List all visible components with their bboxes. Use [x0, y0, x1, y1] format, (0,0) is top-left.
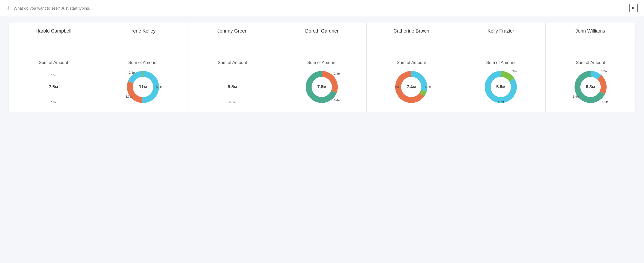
donut-label: 2.4м — [334, 72, 340, 75]
data-cell-2: Sum of Amount 5.5м5.5м5.5м — [188, 39, 277, 112]
donut-center-value: 7.6м — [49, 85, 58, 89]
play-button[interactable] — [629, 4, 638, 12]
sum-label: Sum of Amount — [486, 60, 515, 65]
header-cell-6: John Williams — [546, 23, 635, 39]
sum-label: Sum of Amount — [397, 60, 426, 65]
data-cell-0: Sum of Amount 7.6м7.6м7.6м7.6м — [9, 39, 98, 112]
sum-label: Sum of Amount — [39, 60, 68, 65]
header-cell-2: Johnny Green — [188, 23, 277, 39]
donut-label: 2.1м — [129, 71, 135, 74]
donut-label: 5.4м — [334, 99, 340, 102]
donut-center-value: 11м — [139, 85, 147, 89]
data-cell-4: Sum of Amount 7.4м2.2м4.8м7.4м — [367, 39, 456, 112]
sum-label: Sum of Amount — [307, 60, 336, 65]
donut-center-value: 7.4м — [407, 85, 416, 89]
donut-label: 4.8м — [425, 85, 431, 89]
donut-label: 7.6м — [50, 100, 56, 103]
donut-label: 1.4м — [573, 95, 579, 98]
donut-chart: 11м5.6м3.3м2.1м11м — [124, 68, 162, 106]
header-cell-5: Kelly Frazier — [456, 23, 546, 39]
donut-label: 3.3м — [126, 95, 132, 98]
donut-chart: 7.6м7.6м7.6м7.6м — [35, 68, 72, 106]
data-cell-5: Sum of Amount 5.6м899к4.7м5.6м — [456, 39, 546, 112]
search-icon: ✳ — [6, 5, 10, 11]
donut-label: 899к — [511, 70, 517, 73]
main-content: Harold CampbellIrene KelleyJohnny GreenD… — [0, 16, 644, 119]
search-input[interactable] — [14, 6, 626, 10]
grid-table: Harold CampbellIrene KelleyJohnny GreenD… — [9, 23, 635, 112]
sum-label: Sum of Amount — [218, 60, 247, 65]
donut-center-value: 5.6м — [496, 85, 505, 89]
donut-label: 4.7м — [498, 100, 504, 103]
data-cell-1: Sum of Amount 11м5.6м3.3м2.1м11м — [98, 39, 188, 112]
svg-marker-0 — [632, 7, 635, 9]
header-cell-0: Harold Campbell — [9, 23, 98, 39]
donut-chart: 7.4м2.2м4.8м7.4м — [393, 68, 430, 106]
donut-label: 5.5м — [229, 100, 235, 103]
donut-center-value: 5.5м — [228, 85, 237, 89]
donut-chart: 6.8м805к1.4м4.6м6.8м — [572, 68, 609, 106]
donut-label: 5.6м — [156, 85, 162, 89]
donut-label: 7.6м — [50, 74, 56, 77]
donut-label: 4.6м — [602, 100, 608, 103]
donut-center-value: 6.8м — [586, 85, 595, 89]
donut-chart: 7.8м2.4м5.4м7.8м — [303, 68, 340, 106]
donut-label: 805к — [601, 70, 607, 73]
sum-label: Sum of Amount — [128, 60, 157, 65]
top-bar: ✳ — [0, 0, 644, 16]
donut-chart: 5.6м899к4.7м5.6м — [482, 68, 519, 106]
data-cell-6: Sum of Amount 6.8м805к1.4м4.6м6.8м — [546, 39, 635, 112]
header-cell-1: Irene Kelley — [98, 23, 188, 39]
donut-center-value: 7.8м — [317, 85, 326, 89]
donut-label: 2.2м — [393, 85, 399, 89]
donut-chart: 5.5м5.5м5.5м — [214, 68, 251, 106]
data-cell-3: Sum of Amount 7.8м2.4м5.4м7.8м — [277, 39, 367, 112]
header-cell-4: Catherine Brown — [367, 23, 456, 39]
header-cell-3: Doroth Gardner — [277, 23, 367, 39]
sum-label: Sum of Amount — [576, 60, 605, 65]
